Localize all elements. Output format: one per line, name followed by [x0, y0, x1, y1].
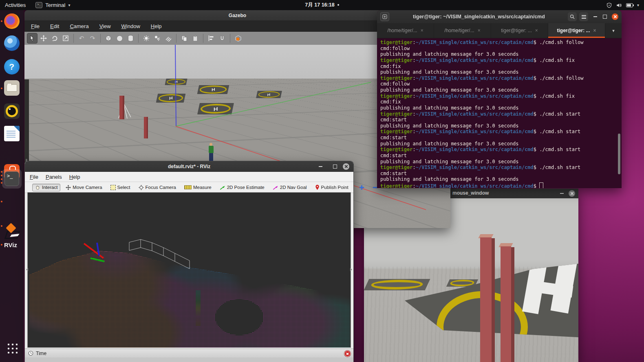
minimize-icon[interactable]: [559, 191, 565, 196]
view-angle-icon[interactable]: [233, 33, 243, 43]
rviz-viewport[interactable]: [27, 192, 351, 348]
close-icon[interactable]: [569, 190, 575, 197]
hide-right-panel-icon[interactable]: [350, 268, 352, 271]
notification-dot: [337, 4, 339, 6]
cube-icon[interactable]: [104, 33, 113, 43]
terminal-app-icon[interactable]: >_: [4, 171, 19, 186]
translate-icon[interactable]: [39, 33, 49, 43]
menu-camera[interactable]: Camera: [70, 23, 88, 29]
menu-hamburger-icon[interactable]: [579, 12, 588, 21]
running-indicator: [1, 178, 2, 180]
prompt-line: tiger@tiger:~/VISIM_single/catkin_ws/src…: [380, 129, 622, 135]
terminal-output[interactable]: tiger@tiger:~/VISIM_single/catkin_ws/src…: [377, 38, 622, 188]
tool-publish-point[interactable]: Publish Point: [312, 183, 351, 191]
terminal-cursor: [539, 182, 543, 188]
dock-item-thunderbird[interactable]: [4, 35, 20, 51]
redo-icon[interactable]: ↷: [88, 33, 97, 43]
scale-icon[interactable]: [61, 33, 71, 43]
tab-close-icon[interactable]: ×: [535, 28, 538, 33]
menu-window[interactable]: Window: [121, 23, 140, 29]
menu-help[interactable]: Help: [151, 23, 162, 29]
add-tool-button[interactable]: [356, 184, 367, 191]
hand-icon: [35, 185, 40, 190]
system-status-area[interactable]: ▾: [607, 2, 644, 8]
directional-light-icon[interactable]: [163, 33, 173, 43]
copy-icon[interactable]: [179, 33, 189, 43]
tool-select[interactable]: Select: [108, 184, 133, 191]
hide-left-panel-icon[interactable]: [26, 268, 28, 271]
tab-close-icon[interactable]: ×: [593, 28, 596, 33]
tool-2d-nav-goal[interactable]: 2D Nav Goal: [270, 184, 310, 191]
dock-item-libreoffice-writer[interactable]: [4, 126, 20, 141]
menu-help[interactable]: Help: [69, 174, 80, 180]
clock-menu[interactable]: 7月 17 16:18: [0, 2, 644, 9]
spot-light-icon[interactable]: [152, 33, 162, 43]
point-light-icon[interactable]: [141, 33, 151, 43]
menu-panels[interactable]: Panels: [46, 174, 62, 180]
gazebo-title: Gazebo: [229, 13, 246, 18]
dock-item-gazebo[interactable]: [4, 224, 20, 240]
chevron-down-icon: ▾: [68, 3, 70, 7]
red-pillar: [119, 96, 124, 119]
output-line: cmd:follow: [380, 81, 622, 87]
tool-move-camera[interactable]: Move Camera: [63, 184, 105, 191]
map-pin-icon: [315, 184, 320, 190]
prompt-line: tiger@tiger:~/VISIM_single/catkin_ws/src…: [380, 111, 622, 117]
rotate-icon[interactable]: [50, 33, 60, 43]
maximize-icon[interactable]: [332, 164, 338, 169]
person-model: [208, 143, 214, 162]
rviz-toolbar: Interact Move Camera Select Focus Camera…: [25, 182, 353, 193]
terminal-titlebar[interactable]: tiger@tiger: ~/VISIM_single/catkin_ws/sr…: [377, 10, 622, 23]
output-line: publishing and latching message for 3.0 …: [380, 51, 622, 57]
snap-magnet-icon[interactable]: [217, 33, 227, 43]
paste-icon[interactable]: [190, 33, 200, 43]
select-arrow-icon[interactable]: [27, 33, 37, 44]
running-indicator: [1, 20, 2, 22]
undo-icon[interactable]: ↶: [77, 33, 86, 43]
dock-item-help[interactable]: ?: [4, 59, 20, 75]
show-applications-button[interactable]: [6, 342, 18, 353]
align-icon[interactable]: [206, 33, 216, 43]
network-icon: [607, 2, 612, 8]
menu-file[interactable]: File: [31, 23, 40, 29]
tab-3[interactable]: tiger@tiger: ...×: [491, 23, 548, 38]
dock-item-firefox[interactable]: [4, 13, 20, 29]
terminal-scrollbar[interactable]: [618, 134, 620, 174]
tool-focus-camera[interactable]: Focus Camera: [136, 184, 179, 191]
minimize-icon[interactable]: [592, 14, 598, 20]
output-line: cmd:fix: [380, 64, 622, 70]
red-pillar: [480, 234, 495, 362]
dock-item-rhythmbox[interactable]: [4, 103, 20, 119]
tf-axes-icon: [80, 239, 112, 268]
rviz-titlebar[interactable]: default.rviz* - RViz: [25, 161, 353, 172]
close-panel-icon[interactable]: [344, 351, 351, 357]
tab-close-icon[interactable]: ×: [421, 28, 423, 33]
search-icon[interactable]: [568, 12, 577, 21]
close-icon[interactable]: [612, 13, 618, 20]
dock-item-files[interactable]: [4, 80, 20, 96]
menu-view[interactable]: View: [99, 23, 111, 29]
activities-button[interactable]: Activities: [5, 2, 26, 8]
menu-edit[interactable]: Edit: [50, 23, 59, 29]
tool-measure[interactable]: Measure: [181, 184, 214, 191]
sphere-icon[interactable]: [115, 33, 124, 43]
output-line: publishing and latching message for 3.0 …: [380, 176, 622, 182]
output-line: cmd:start: [380, 135, 622, 141]
tab-1[interactable]: /home/tiger/...×: [377, 23, 434, 38]
tab-close-icon[interactable]: ×: [478, 28, 481, 33]
running-indicator: [1, 201, 2, 202]
cylinder-icon[interactable]: [126, 33, 135, 43]
tab-2[interactable]: /home/tiger/...×: [434, 23, 491, 38]
close-icon[interactable]: [343, 163, 349, 170]
tool-interact[interactable]: Interact: [32, 184, 60, 191]
maximize-icon[interactable]: [602, 14, 608, 20]
minimize-icon[interactable]: [318, 164, 323, 169]
new-tab-icon[interactable]: [380, 12, 389, 21]
dock-item-rviz[interactable]: RViz: [4, 239, 20, 250]
magenta-arrow-icon: [273, 185, 278, 190]
menu-file[interactable]: File: [30, 174, 38, 180]
tab-list-caret-icon[interactable]: ▾: [605, 23, 622, 38]
tool-2d-pose-estimate[interactable]: 2D Pose Estimate: [217, 184, 267, 191]
app-menu[interactable]: >_ Terminal ▾: [35, 2, 70, 8]
tab-4-active[interactable]: tiger@tiger: ...×: [548, 23, 605, 38]
